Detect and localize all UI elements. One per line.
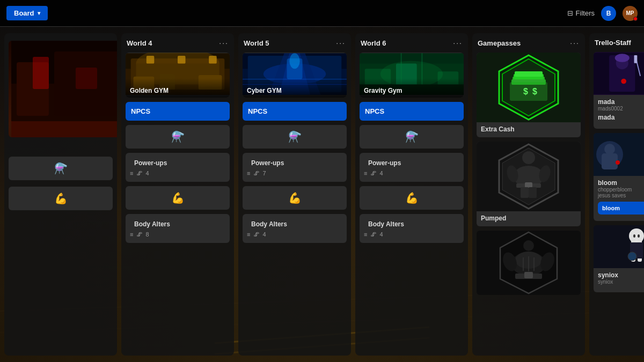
column-0: ⚗️ 💪 (4, 33, 117, 356)
svg-rect-80 (634, 55, 638, 63)
svg-point-78 (615, 54, 630, 62)
card-gamepass-3[interactable] (477, 231, 581, 295)
col3-menu-button[interactable]: ··· (453, 39, 463, 47)
card-powerups-world4-title: Power-ups (130, 155, 225, 169)
card-bodyalters-world5-meta: ≡ 🖇 4 (247, 230, 342, 239)
syniox-username: syniox (598, 279, 644, 285)
card-bodyalters-world4-body: Body Alters ≡ 🖇 8 (126, 214, 230, 243)
clip-icon6: 🖇 (370, 231, 376, 238)
card-npcs-world4[interactable]: NPCS (126, 102, 230, 121)
filters-label: Filters (576, 9, 595, 17)
mada-art (594, 52, 644, 95)
card-potion-world4[interactable]: ⚗️ (126, 125, 230, 149)
clip-icon3: 🖇 (253, 170, 259, 176)
svg-point-56 (522, 151, 535, 164)
card-golden-gym[interactable]: Golden GYM (126, 53, 230, 98)
card-bodyalters-world4-meta: ≡ 🖇 8 (130, 230, 225, 239)
card-muscle-world4[interactable]: 💪 (126, 186, 230, 210)
gamepass3-art (494, 231, 564, 295)
card-bodyalters-world6[interactable]: Body Alters ≡ 🖇 4 (360, 214, 464, 243)
golden-gym-image-wrap: Golden GYM (126, 53, 230, 98)
col2-menu-button[interactable]: ··· (336, 39, 346, 47)
gamepass3-image (477, 231, 581, 295)
card-bodyalters-world4[interactable]: Body Alters ≡ 🖇 8 (126, 214, 230, 243)
svg-point-101 (633, 234, 635, 238)
card-cyber-gym[interactable]: Cyber GYM (243, 53, 347, 98)
filters-button[interactable]: ⊟ Filters (567, 9, 595, 17)
staff-card-bloom[interactable]: bloom chopperbloom jesus saves bloom (594, 133, 644, 221)
board-button[interactable]: Board ▾ (6, 6, 48, 20)
col1-title: World 4 (127, 39, 152, 47)
svg-rect-12 (76, 68, 97, 89)
col4-title: Gamepasses (478, 39, 521, 47)
bloom-username: chopperbloom (598, 187, 644, 193)
mada-name: mada (598, 98, 623, 106)
mada-info: mada mads0002 🛡 💎 ♦ ♣ mada (594, 95, 644, 124)
svg-point-105 (628, 252, 636, 261)
bloom-svg (594, 133, 644, 176)
golden-gym-title: Golden GYM (126, 78, 230, 98)
staff-card-syniox[interactable]: syniox syniox (594, 225, 644, 292)
avatar-mp-wrap: MP (623, 6, 638, 21)
card-powerups-world6-body: Power-ups ≡ 🖇 4 (360, 153, 464, 182)
col1-menu-button[interactable]: ··· (219, 39, 229, 47)
list-icon3: ≡ (247, 170, 250, 176)
list-icon6: ≡ (364, 231, 367, 238)
board: ⚗️ 💪 World 4 ··· (0, 27, 644, 362)
gravity-gym-image-wrap: Gravity Gym (360, 53, 464, 98)
chevron-down-icon: ▾ (38, 10, 40, 16)
card-gravity-gym[interactable]: Gravity Gym (360, 53, 464, 98)
extra-cash-art: $ $ (494, 53, 564, 122)
col0-potion-icon[interactable]: ⚗️ (9, 157, 113, 180)
svg-rect-62 (521, 187, 529, 198)
col2-title: World 5 (244, 39, 269, 47)
powerups-count-world6: 4 (379, 170, 383, 176)
notification-dot (633, 17, 638, 21)
list-icon4: ≡ (247, 231, 250, 238)
mada-svg (594, 52, 644, 95)
syniox-art (594, 225, 644, 268)
column-world6: World 6 ··· (355, 33, 468, 356)
powerups-count-world5: 7 (262, 170, 266, 176)
card-powerups-world6[interactable]: Power-ups ≡ 🖇 4 (360, 153, 464, 182)
svg-text:$: $ (523, 87, 528, 96)
clip-icon4: 🖇 (253, 231, 259, 238)
card-bodyalters-world5[interactable]: Body Alters ≡ 🖇 4 (243, 214, 347, 243)
card-extra-cash[interactable]: $ $ Extra Cash (477, 53, 581, 137)
card-powerups-world4[interactable]: Power-ups ≡ 🖇 4 (126, 153, 230, 182)
card-potion-world5[interactable]: ⚗️ (243, 125, 347, 149)
card-muscle-world6[interactable]: 💪 (360, 186, 464, 210)
svg-point-102 (638, 234, 640, 238)
clip-icon: 🖇 (136, 170, 142, 176)
card-powerups-world4-meta: ≡ 🖇 4 (130, 169, 225, 178)
cyber-gym-title: Cyber GYM (243, 78, 347, 98)
card-bodyalters-world6-meta: ≡ 🖇 4 (364, 230, 459, 239)
card-npcs-world6[interactable]: NPCS (360, 102, 464, 121)
card-powerups-world5-title: Power-ups (247, 155, 342, 169)
card-muscle-world5[interactable]: 💪 (243, 186, 347, 210)
card-powerups-world5[interactable]: Power-ups ≡ 🖇 7 (243, 153, 347, 182)
card-potion-world6[interactable]: ⚗️ (360, 125, 464, 149)
pumped-title: Pumped (477, 211, 581, 226)
pumped-image (477, 142, 581, 211)
card-pumped[interactable]: Pumped (477, 142, 581, 226)
clip-icon2: 🖇 (136, 231, 142, 238)
col4-menu-button[interactable]: ··· (570, 39, 580, 47)
column-gamepasses: Gamepasses ··· $ $ (472, 33, 585, 356)
extra-cash-title: Extra Cash (477, 122, 581, 137)
col0-gym-image (9, 41, 117, 137)
list-icon: ≡ (130, 170, 133, 176)
list-icon5: ≡ (364, 170, 367, 176)
staff-card-mada[interactable]: mada mads0002 🛡 💎 ♦ ♣ mada (594, 52, 644, 129)
svg-rect-61 (525, 182, 532, 188)
bloom-display-card[interactable]: bloom (598, 202, 644, 215)
column-world4: World 4 ··· (121, 33, 234, 356)
topbar: Board ▾ ⊟ Filters B MP (0, 0, 644, 27)
col5-title: Trello-Staff (595, 39, 631, 47)
avatar-b[interactable]: B (601, 6, 616, 21)
column-world5: World 5 ··· (238, 33, 351, 356)
gym-art-0 (9, 41, 117, 137)
card-npcs-world5[interactable]: NPCS (243, 102, 347, 121)
col0-muscle-icon[interactable]: 💪 (9, 187, 113, 210)
bloom-sub: jesus saves (598, 193, 644, 198)
